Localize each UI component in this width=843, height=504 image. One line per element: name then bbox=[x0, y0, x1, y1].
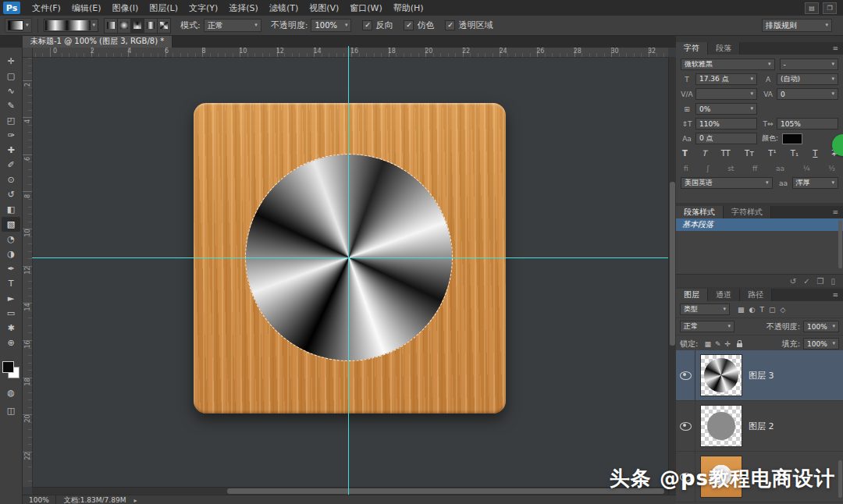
restore-window-icon[interactable]: ❐ bbox=[823, 2, 837, 14]
faux-bold-button[interactable]: T bbox=[682, 149, 688, 158]
font-style-select[interactable]: - ▾ bbox=[780, 59, 838, 70]
opentype-feature-button[interactable]: aa bbox=[776, 165, 784, 172]
opentype-feature-button[interactable]: ½ bbox=[828, 165, 835, 172]
layer-thumbnail[interactable] bbox=[700, 405, 742, 447]
style-list-item[interactable]: 基本段落 bbox=[676, 218, 843, 231]
menu-item[interactable]: 文字(Y) bbox=[183, 2, 223, 14]
option-checkbox[interactable]: ✓ 仿色 bbox=[404, 20, 434, 31]
layer-row[interactable]: 图层 3 bbox=[676, 350, 843, 401]
clear-override-icon[interactable]: ✓ bbox=[803, 277, 809, 286]
ruler-origin-corner[interactable] bbox=[23, 48, 33, 58]
small-caps-button[interactable]: Tᴛ bbox=[745, 149, 754, 158]
radial-gradient-type-button[interactable] bbox=[117, 18, 131, 34]
proportional-spacing-select[interactable]: 0% ▾ bbox=[695, 103, 757, 115]
document-tab[interactable]: 未标题-1 @ 100% (图层 3, RGB/8) * bbox=[23, 35, 173, 48]
opentype-feature-button[interactable]: st bbox=[727, 165, 734, 172]
layer-filter-select[interactable]: 类型 ▾ bbox=[680, 303, 730, 315]
clone-stamp-tool[interactable]: ⊙ bbox=[2, 172, 20, 187]
horizontal-scrollbar-thumb[interactable] bbox=[227, 488, 664, 494]
subscript-button[interactable]: T₁ bbox=[791, 149, 799, 158]
vertical-scale-field[interactable]: 110% bbox=[695, 118, 757, 130]
layer-blend-mode-select[interactable]: 正常 ▾ bbox=[680, 321, 735, 332]
superscript-button[interactable]: T¹ bbox=[768, 149, 776, 158]
layer-name[interactable]: 图层 3 bbox=[749, 370, 774, 382]
layer-opacity-select[interactable]: 100% ▾ bbox=[803, 321, 839, 332]
color-swatches[interactable] bbox=[2, 361, 20, 378]
new-style-icon[interactable]: ❐ bbox=[817, 277, 824, 286]
reflected-gradient-type-button[interactable] bbox=[144, 18, 158, 34]
menu-item[interactable]: 选择(S) bbox=[223, 2, 264, 14]
opentype-feature-button[interactable]: fi bbox=[684, 165, 688, 172]
quick-selection-tool[interactable]: ✎ bbox=[2, 98, 20, 113]
diamond-gradient-type-button[interactable] bbox=[157, 18, 171, 34]
eyedropper-tool[interactable]: ✑ bbox=[2, 128, 20, 143]
lasso-tool[interactable]: ∿ bbox=[2, 83, 20, 98]
layer-fill-select[interactable]: 100% ▾ bbox=[803, 338, 839, 350]
option-checkbox[interactable]: ✓ 透明区域 bbox=[445, 20, 493, 31]
vertical-ruler[interactable]: 0246810121416182022 bbox=[23, 57, 33, 487]
type-tool[interactable]: T bbox=[2, 276, 20, 291]
font-size-select[interactable]: 17.36 点 ▾ bbox=[695, 73, 757, 85]
panel-menu-icon[interactable]: ≡ bbox=[832, 289, 843, 301]
layer-name[interactable]: 图层 2 bbox=[749, 421, 774, 432]
lock-position-icon[interactable]: ✛ bbox=[724, 340, 731, 348]
zoom-level-field[interactable]: 100% bbox=[23, 495, 56, 504]
lock-all-icon[interactable] bbox=[737, 343, 742, 347]
path-selection-tool[interactable]: ► bbox=[2, 291, 20, 306]
lock-image-pixels-icon[interactable]: ✎ bbox=[715, 340, 721, 348]
screen-mode-button[interactable]: ◫ bbox=[7, 406, 15, 416]
layer-visibility-toggle[interactable] bbox=[676, 401, 695, 451]
menu-item[interactable]: 窗口(W) bbox=[344, 2, 387, 14]
shape-tool[interactable]: ▭ bbox=[2, 306, 20, 321]
menu-item[interactable]: 图像(I) bbox=[106, 2, 144, 14]
filter-smart-objects-icon[interactable]: ◇ bbox=[780, 306, 785, 314]
linear-gradient-type-button[interactable] bbox=[104, 18, 118, 34]
font-family-select[interactable]: 微软雅黑 ▾ bbox=[681, 59, 775, 70]
faux-italic-button[interactable]: T bbox=[702, 149, 706, 158]
tab-paragraph-styles[interactable]: 段落样式 bbox=[676, 206, 724, 218]
menu-item[interactable]: 视图(V) bbox=[304, 2, 344, 14]
layout-rules-select[interactable]: 排版规则 ▾ bbox=[762, 19, 832, 32]
text-color-swatch[interactable] bbox=[782, 133, 802, 144]
all-caps-button[interactable]: TT bbox=[721, 149, 731, 158]
tab-layers[interactable]: 图层 bbox=[676, 289, 708, 301]
gradient-preview[interactable]: ▾ bbox=[44, 19, 99, 32]
filter-shape-layers-icon[interactable]: ▢ bbox=[769, 306, 776, 314]
layers-panel-scrollbar[interactable] bbox=[838, 460, 842, 498]
opentype-feature-button[interactable]: ¼ bbox=[803, 165, 810, 172]
layer-thumbnail[interactable] bbox=[700, 354, 742, 396]
layer-row[interactable]: 图层 2 bbox=[676, 401, 843, 452]
move-tool[interactable]: ✛ bbox=[2, 54, 20, 69]
blend-mode-select[interactable]: 正常 ▾ bbox=[204, 19, 261, 32]
redefine-style-icon[interactable]: ↺ bbox=[790, 277, 796, 286]
underline-button[interactable]: T bbox=[813, 149, 817, 158]
pen-tool[interactable]: ✒ bbox=[2, 261, 20, 276]
eraser-tool[interactable]: ◧ bbox=[2, 202, 20, 217]
filter-adjustment-layers-icon[interactable]: ◐ bbox=[749, 306, 756, 314]
blur-tool[interactable]: ◔ bbox=[2, 232, 20, 247]
styles-panel-scrollbar[interactable] bbox=[838, 220, 842, 268]
tracking-select[interactable]: 0 ▾ bbox=[777, 88, 838, 100]
panel-menu-icon[interactable]: ≡ bbox=[832, 206, 843, 218]
horizontal-guide[interactable] bbox=[32, 257, 668, 258]
healing-brush-tool[interactable]: ✚ bbox=[2, 143, 20, 158]
language-select[interactable]: 美国英语 ▾ bbox=[681, 177, 773, 189]
baseline-shift-field[interactable]: 0 点 bbox=[695, 133, 757, 144]
layer-visibility-toggle[interactable] bbox=[676, 350, 695, 400]
anti-alias-select[interactable]: 浑厚 ▾ bbox=[792, 177, 838, 189]
foreground-color-swatch[interactable] bbox=[2, 361, 14, 373]
menu-item[interactable]: 滤镜(T) bbox=[264, 2, 304, 14]
opentype-feature-button[interactable]: ff bbox=[752, 165, 757, 172]
gradient-tool[interactable]: ▧ bbox=[2, 217, 20, 232]
menu-item[interactable]: 图层(L) bbox=[144, 2, 183, 14]
vertical-scrollbar-thumb[interactable] bbox=[670, 182, 675, 346]
horizontal-ruler[interactable]: 02468101214161820222426283032 bbox=[32, 48, 668, 58]
brush-tool[interactable]: ✐ bbox=[2, 158, 20, 172]
option-checkbox[interactable]: ✓ 反向 bbox=[362, 20, 393, 31]
opentype-feature-button[interactable]: ʃ bbox=[706, 165, 709, 172]
crop-tool[interactable]: ◰ bbox=[2, 113, 20, 128]
angle-gradient-type-button[interactable] bbox=[130, 18, 144, 34]
menu-item[interactable]: 帮助(H) bbox=[388, 2, 429, 14]
marquee-tool[interactable]: ▢ bbox=[2, 69, 20, 83]
vertical-guide[interactable] bbox=[348, 46, 349, 495]
